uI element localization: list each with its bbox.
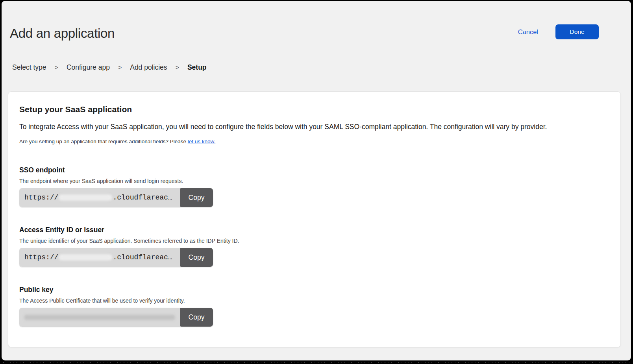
bottom-clipped-content-strip: [3, 362, 630, 363]
add-application-page: Add an application Cancel Done Select ty…: [2, 1, 631, 360]
copy-button[interactable]: Copy: [180, 308, 213, 327]
sso-endpoint-value: https://.cloudflareac…: [19, 188, 181, 207]
breadcrumb-step-configure-app[interactable]: Configure app: [67, 63, 110, 72]
screenshot-frame: Add an application Cancel Done Select ty…: [0, 0, 633, 364]
breadcrumb-step-setup: Setup: [187, 63, 207, 72]
copy-button[interactable]: Copy: [180, 188, 213, 207]
field-description: The Access Public Certificate that will …: [19, 297, 609, 304]
value-prefix: https://: [24, 253, 58, 261]
cancel-button[interactable]: Cancel: [518, 28, 538, 36]
field-label: Access Entity ID or Issuer: [19, 226, 609, 234]
field-label: SSO endpoint: [19, 166, 609, 174]
redacted-value-blur: [59, 194, 112, 201]
chevron-separator-icon: >: [176, 64, 179, 71]
value-suffix: .cloudflareac…: [113, 194, 172, 201]
breadcrumb-step-select-type[interactable]: Select type: [12, 63, 46, 72]
field-value-row: Copy: [19, 308, 213, 327]
breadcrumb: Select type > Configure app > Add polici…: [12, 63, 623, 72]
chevron-separator-icon: >: [118, 64, 122, 71]
card-note-text: Are you setting up an application that r…: [19, 139, 188, 144]
field-value-row: https://.cloudflareac… Copy: [19, 188, 213, 207]
done-button[interactable]: Done: [555, 24, 599, 39]
redacted-value-blur: [24, 315, 175, 320]
field-value-row: https://.cloudflareac… Copy: [19, 248, 213, 267]
value-suffix: .cloudflareac…: [113, 253, 172, 261]
field-public-key: Public key The Access Public Certificate…: [19, 286, 609, 327]
card-note: Are you setting up an application that r…: [19, 139, 609, 144]
field-access-entity-id: Access Entity ID or Issuer The unique id…: [19, 226, 609, 267]
redacted-value-blur: [59, 254, 112, 261]
field-description: The unique identifier of your SaaS appli…: [19, 238, 609, 244]
card-intro-text: To integrate Access with your SaaS appli…: [19, 123, 609, 131]
field-description: The endpoint where your SaaS application…: [19, 178, 609, 184]
public-key-value: [19, 308, 181, 327]
setup-card: Setup your SaaS application To integrate…: [8, 91, 621, 347]
field-label: Public key: [19, 286, 609, 294]
breadcrumb-step-add-policies[interactable]: Add policies: [130, 63, 167, 72]
let-us-know-link[interactable]: let us know.: [188, 139, 216, 144]
page-header: Add an application Cancel Done: [2, 1, 631, 41]
card-heading: Setup your SaaS application: [19, 105, 609, 114]
copy-button[interactable]: Copy: [180, 248, 213, 267]
chevron-separator-icon: >: [55, 64, 58, 71]
access-entity-id-value: https://.cloudflareac…: [19, 248, 181, 267]
field-sso-endpoint: SSO endpoint The endpoint where your Saa…: [19, 166, 609, 207]
header-actions: Cancel Done: [518, 24, 599, 39]
value-prefix: https://: [24, 194, 58, 201]
